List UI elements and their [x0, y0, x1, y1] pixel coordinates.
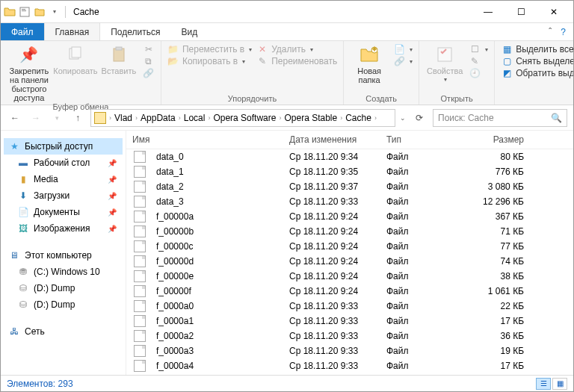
- nav-desktop[interactable]: ▬Рабочий стол📌: [4, 155, 123, 171]
- ribbon-help-icon[interactable]: ?: [561, 27, 566, 37]
- tab-share[interactable]: Поделиться: [100, 23, 170, 40]
- selectnone-button[interactable]: ▢Снять выделение: [501, 56, 574, 66]
- file-row[interactable]: f_00000cСр 18.11.20 9:24Файл77 КБ: [126, 239, 573, 254]
- qat-properties-icon[interactable]: [19, 6, 31, 18]
- qat-dropdown-icon[interactable]: ▾: [49, 6, 61, 18]
- copy-button[interactable]: Копировать: [56, 44, 95, 75]
- close-button[interactable]: ✕: [537, 1, 570, 22]
- file-icon: [134, 240, 146, 252]
- file-row[interactable]: f_0000a1Ср 18.11.20 9:33Файл17 КБ: [126, 314, 573, 329]
- pin-icon: 📌: [108, 175, 117, 184]
- pin-button[interactable]: 📌 Закрепить на панели быстрого доступа: [7, 44, 52, 102]
- pasteshortcut-button[interactable]: 🔗: [143, 68, 155, 78]
- copyto-button[interactable]: 📂Копировать в▾: [167, 56, 252, 66]
- column-headers: Имя Дата изменения Тип Размер: [126, 131, 573, 149]
- pictures-icon: 🖼: [17, 223, 29, 234]
- file-name: f_00000c: [150, 241, 283, 252]
- column-type[interactable]: Тип: [380, 131, 455, 149]
- properties-button[interactable]: Свойства ▾: [425, 44, 464, 84]
- chevron-right-icon[interactable]: ›: [374, 114, 377, 122]
- pin-icon: 📌: [19, 44, 40, 65]
- breadcrumb-segment[interactable]: AppData: [138, 113, 179, 123]
- column-size[interactable]: Размер: [455, 131, 530, 149]
- cut-icon: ✂: [143, 44, 155, 55]
- rename-button[interactable]: ✎Переименовать: [256, 56, 337, 66]
- pin-icon: 📌: [108, 159, 117, 167]
- history-button[interactable]: 🕘: [469, 68, 488, 78]
- nav-downloads[interactable]: ⬇Загрузки📌: [4, 187, 123, 204]
- tab-view[interactable]: Вид: [170, 23, 208, 40]
- file-row[interactable]: data_0Ср 18.11.20 9:34Файл80 КБ: [126, 149, 573, 164]
- nav-documents[interactable]: 📄Документы📌: [4, 204, 123, 220]
- newitem-button[interactable]: 📄▾: [393, 44, 413, 55]
- file-row[interactable]: f_00000eСр 18.11.20 9:24Файл38 КБ: [126, 269, 573, 284]
- file-date: Ср 18.11.20 9:33: [283, 361, 380, 371]
- search-input[interactable]: Поиск: Cache 🔍: [433, 109, 567, 127]
- paste-button[interactable]: Вставить: [99, 44, 138, 75]
- up-button[interactable]: ↑: [70, 110, 86, 126]
- file-row[interactable]: f_0000a3Ср 18.11.20 9:33Файл19 КБ: [126, 343, 573, 358]
- file-row[interactable]: data_2Ср 18.11.20 9:37Файл3 080 КБ: [126, 179, 573, 194]
- newfolder-button[interactable]: ✦ Новая папка: [350, 44, 389, 84]
- file-row[interactable]: f_00000bСр 18.11.20 9:24Файл71 КБ: [126, 224, 573, 239]
- refresh-button[interactable]: ⟳: [410, 109, 428, 127]
- nav-quick-access[interactable]: ★Быстрый доступ: [4, 138, 123, 155]
- tab-home[interactable]: Главная: [44, 23, 101, 40]
- file-size: 17 КБ: [455, 361, 530, 371]
- file-row[interactable]: f_0000a4Ср 18.11.20 9:33Файл17 КБ: [126, 358, 573, 373]
- recent-dropdown[interactable]: ▾: [49, 110, 65, 126]
- tab-file[interactable]: Файл: [1, 23, 44, 40]
- edit-button[interactable]: ✎: [469, 56, 488, 66]
- selectall-button[interactable]: ▦Выделить все: [501, 44, 574, 55]
- nav-drive-d2[interactable]: ⛁(D:) Dump: [4, 296, 123, 313]
- view-thumbnails-button[interactable]: ▦: [552, 378, 567, 390]
- file-name: f_00000a: [150, 211, 283, 222]
- file-type: Файл: [380, 271, 455, 281]
- file-row[interactable]: data_1Ср 18.11.20 9:35Файл776 КБ: [126, 164, 573, 179]
- file-row[interactable]: f_0000a5Ср 18.11.20 9:33Файл24 КБ: [126, 373, 573, 375]
- file-row[interactable]: f_00000aСр 18.11.20 9:24Файл367 КБ: [126, 209, 573, 224]
- breadcrumb[interactable]: › Vlad›AppData›Local›Opera Software›Oper…: [90, 109, 395, 127]
- ribbon-collapse-icon[interactable]: ˆ: [549, 27, 552, 37]
- breadcrumb-segment[interactable]: Opera Software: [210, 113, 279, 123]
- minimize-button[interactable]: ―: [472, 1, 504, 22]
- open-button[interactable]: ☐▾: [469, 44, 488, 55]
- moveto-button[interactable]: 📁Переместить в▾: [167, 44, 252, 55]
- title-bar: ▾ Cache ― ☐ ✕: [1, 1, 573, 23]
- delete-button[interactable]: ✕Удалить▾: [256, 44, 337, 55]
- breadcrumb-dropdown[interactable]: ⌄: [400, 114, 406, 122]
- nav-drive-c[interactable]: ⛃(C:) Windows 10: [4, 264, 123, 280]
- group-organize-label: Упорядочить: [167, 94, 337, 103]
- desktop-icon: ▬: [17, 157, 29, 169]
- easyaccess-button[interactable]: 🔗▾: [393, 56, 413, 66]
- back-button[interactable]: ←: [7, 110, 23, 126]
- file-row[interactable]: f_00000fСр 18.11.20 9:24Файл1 061 КБ: [126, 284, 573, 299]
- file-row[interactable]: f_0000a2Ср 18.11.20 9:33Файл36 КБ: [126, 329, 573, 343]
- qat-newfolder-icon[interactable]: [34, 6, 46, 18]
- file-type: Файл: [380, 196, 455, 207]
- forward-button[interactable]: →: [28, 110, 44, 126]
- cut-button[interactable]: ✂: [143, 44, 155, 55]
- column-date[interactable]: Дата изменения: [283, 131, 380, 149]
- view-details-button[interactable]: ☰: [536, 378, 551, 390]
- breadcrumb-segment[interactable]: Local: [181, 113, 209, 123]
- nav-drive-d1[interactable]: ⛁(D:) Dump: [4, 280, 123, 296]
- nav-network[interactable]: 🖧Сеть: [4, 323, 123, 340]
- file-name: f_0000a1: [150, 316, 283, 326]
- copypath-button[interactable]: ⧉: [143, 56, 155, 66]
- file-size: 17 КБ: [455, 316, 530, 326]
- newitem-icon: 📄: [393, 44, 405, 55]
- invertselection-button[interactable]: ◩Обратить выделение: [501, 68, 574, 78]
- file-row[interactable]: f_0000a0Ср 18.11.20 9:33Файл22 КБ: [126, 299, 573, 314]
- breadcrumb-segment[interactable]: Vlad: [111, 113, 135, 123]
- column-name[interactable]: Имя: [126, 131, 283, 149]
- nav-this-pc[interactable]: 🖥Этот компьютер: [4, 247, 123, 264]
- file-date: Ср 18.11.20 9:24: [283, 226, 380, 237]
- nav-pictures[interactable]: 🖼Изображения📌: [4, 220, 123, 237]
- file-row[interactable]: data_3Ср 18.11.20 9:33Файл12 296 КБ: [126, 194, 573, 209]
- nav-media[interactable]: ▮Media📌: [4, 171, 123, 187]
- file-row[interactable]: f_00000dСр 18.11.20 9:24Файл74 КБ: [126, 254, 573, 269]
- breadcrumb-segment[interactable]: Opera Stable: [281, 113, 340, 123]
- breadcrumb-segment[interactable]: Cache: [342, 113, 374, 123]
- maximize-button[interactable]: ☐: [504, 1, 537, 22]
